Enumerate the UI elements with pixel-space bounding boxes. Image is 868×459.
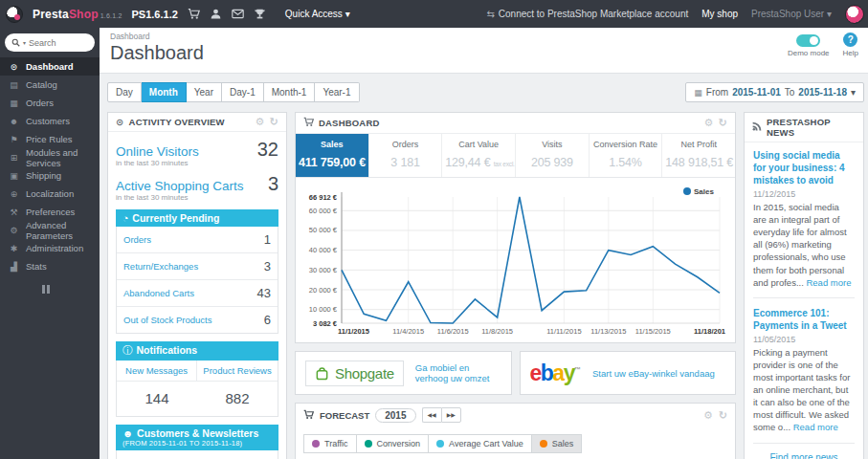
search-scope-caret[interactable]: ▾ [23,39,26,46]
kpi-tab-conversion-rate[interactable]: Conversion Rate1.54% [590,134,663,177]
sidebar-item-administration[interactable]: ✱Administration [0,239,100,257]
search-input[interactable] [29,38,84,48]
chevron-down-icon: ▾ [827,9,832,19]
collapse-menu-icon[interactable] [42,285,100,294]
forecast-next-button[interactable]: ▶▶ [441,407,461,423]
kpi-tab-sales[interactable]: Sales411 759,00 € tax excl. [296,134,369,177]
brand: PrestaShop1.6.1.2 [33,8,122,21]
svg-text:66 912 €: 66 912 € [309,193,338,202]
sidebar-item-catalog[interactable]: ▤Catalog [0,76,100,94]
trophy-icon[interactable] [254,8,266,20]
read-more-link[interactable]: Read more [806,277,851,288]
price-rules-icon: ⚑ [9,135,19,144]
catalog-icon: ▤ [9,80,19,90]
currently-pending-header: ◔Currently Pending [116,209,278,227]
svg-text:11/4/2015: 11/4/2015 [392,327,424,336]
sidebar-item-price-rules[interactable]: ⚑Price Rules [0,130,100,148]
news-article-title[interactable]: Using social media for your business: 4 … [753,149,855,186]
dashboard-panel-title: DASHBOARD [319,118,380,128]
cart-icon [303,409,314,422]
find-more-news-link[interactable]: Find more news [753,452,855,459]
sidebar-item-customers[interactable]: ☻Customers [0,112,100,130]
ebay-banner: ebay™ Start uw eBay-winkel vandaag [520,351,737,395]
range-day-1-button[interactable]: Day-1 [222,82,264,102]
breadcrumb[interactable]: Dashboard [110,32,868,41]
page-header: Dashboard Dashboard Demo mode ? Help [100,28,868,74]
person-icon: ☻ [122,427,133,439]
range-month-1-button[interactable]: Month-1 [264,82,316,102]
new-messages-link[interactable]: New Messages [117,361,197,382]
prestashop-logo[interactable] [6,6,23,23]
chevron-down-icon: ▾ [851,87,856,98]
range-year-1-button[interactable]: Year-1 [315,82,359,102]
svg-text:60 000 €: 60 000 € [309,207,338,215]
refresh-icon[interactable]: ↻ [719,118,727,128]
shop-name-link[interactable]: PS1.6.1.2 [132,9,178,20]
read-more-link[interactable]: Read more [793,422,838,432]
gear-icon[interactable]: ⚙ [703,409,713,422]
modules-icon: ⊞ [9,153,19,163]
refresh-icon[interactable]: ↻ [719,409,727,422]
administration-icon: ✱ [9,244,19,253]
sidebar-item-dashboard[interactable]: ⊙Dashboard [0,57,100,76]
svg-text:20 000 €: 20 000 € [309,286,338,295]
news-article-title[interactable]: Ecommerce 101: Payments in a Tweet [753,307,855,332]
user-menu[interactable]: PrestaShop User ▾ [751,9,832,19]
cart-icon[interactable] [188,8,200,20]
user-avatar[interactable] [845,5,864,24]
shopping-bag-icon [315,366,329,381]
gear-icon[interactable]: ⚙ [256,117,265,127]
product-reviews-value: 882 [197,382,278,416]
refresh-icon[interactable]: ↻ [270,117,278,127]
kpi-tab-net-profit[interactable]: Net Profit148 918,51 € tax excl. [662,134,735,177]
svg-text:Sales: Sales [694,187,714,196]
envelope-icon[interactable] [232,8,244,20]
marketplace-link[interactable]: ⇆Connect to PrestaShop Marketplace accou… [486,9,688,19]
forecast-legend: Traffic Conversion Average Cart Value Sa… [296,426,735,459]
ebay-link[interactable]: Start uw eBay-winkel vandaag [592,368,715,379]
svg-text:11/13/2015: 11/13/2015 [590,327,626,336]
quick-access-dropdown[interactable]: Quick Access ▾ [285,9,350,19]
range-day-button[interactable]: Day [107,82,142,102]
preferences-icon: ⚒ [9,208,19,217]
svg-text:11/6/2015: 11/6/2015 [437,327,469,336]
shopgate-link[interactable]: Ga mobiel en verhoog uw omzet [415,362,501,383]
kpi-tab-visits[interactable]: Visits205 939 [516,134,590,177]
sidebar-item-modules[interactable]: ⊞Modules and Services [0,148,100,166]
active-carts-link[interactable]: Active Shopping Carts [116,179,244,193]
chevron-down-icon: ▾ [345,9,350,19]
dashboard-panel: DASHBOARD ⚙ ↻ Sales411 759,00 € tax excl… [295,112,736,343]
kpi-tab-orders[interactable]: Orders3 181 [369,134,443,177]
date-filter-bar: Day Month Year Day-1 Month-1 Year-1 ▦ Fr… [107,82,864,102]
date-range-picker[interactable]: ▦ From2015-11-01 To2015-11-18 ▾ [685,82,864,102]
range-year-button[interactable]: Year [187,82,222,102]
gear-icon[interactable]: ⚙ [704,118,714,128]
notifications-table: New Messages Product Reviews 144 882 [116,361,278,417]
sidebar-item-advanced-parameters[interactable]: ⚙Advanced Parameters [0,221,100,239]
pending-row-abandoned-carts: Abandoned Carts43 [117,279,278,306]
sidebar-item-shipping[interactable]: ▣Shipping [0,166,100,185]
kpi-tab-cart-value[interactable]: Cart Value129,44 € tax excl. [442,134,516,177]
sidebar-item-preferences[interactable]: ⚒Preferences [0,203,100,221]
sidebar-item-orders[interactable]: ▦Orders [0,94,100,112]
demo-mode-toggle[interactable] [796,34,820,47]
sales-dot-icon [540,440,547,448]
sidebar-item-localization[interactable]: ⊕Localization [0,185,100,203]
legend-traffic-button[interactable]: Traffic [303,434,357,453]
forecast-prev-button[interactable]: ◀◀ [422,407,441,423]
range-month-button[interactable]: Month [142,82,187,102]
my-shop-link[interactable]: My shop [701,9,738,19]
svg-text:10 000 €: 10 000 € [309,305,338,314]
product-reviews-link[interactable]: Product Reviews [197,361,278,382]
help-label: Help [843,49,858,57]
legend-sales-button[interactable]: Sales [532,434,583,453]
help-icon[interactable]: ? [843,33,857,47]
double-chevron-right-icon: ▶▶ [447,412,456,418]
legend-average-cart-value-button[interactable]: Average Cart Value [429,434,532,453]
double-chevron-left-icon: ◀◀ [428,412,436,418]
person-icon[interactable] [210,8,222,20]
legend-conversion-button[interactable]: Conversion [357,434,430,453]
sidebar-item-stats[interactable]: ▟Stats [0,257,100,275]
online-visitors-link[interactable]: Online Visitors [116,144,199,159]
svg-text:11/11/2015: 11/11/2015 [546,327,581,336]
